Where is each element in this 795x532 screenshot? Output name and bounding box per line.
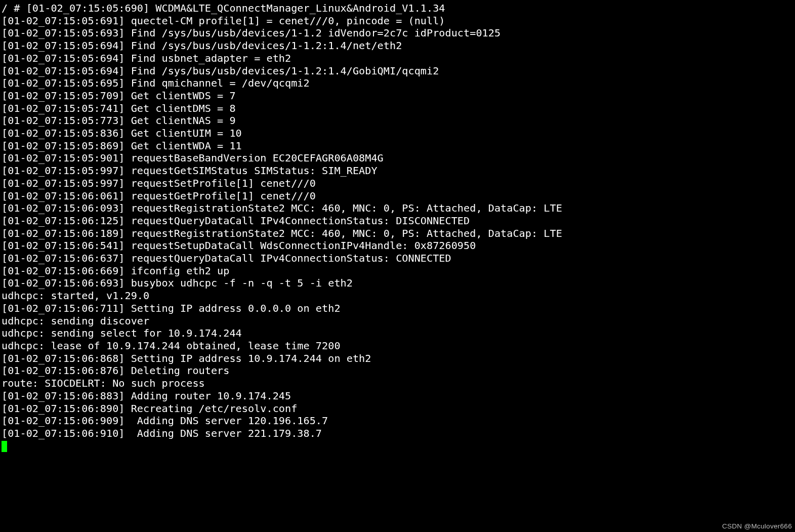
terminal-line: [01-02_07:15:06:868] Setting IP address … xyxy=(2,352,793,365)
terminal-line: [01-02_07:15:05:869] Get clientWDA = 11 xyxy=(2,140,793,152)
terminal-line: [01-02_07:15:06:909] Adding DNS server 1… xyxy=(2,415,793,427)
terminal-line: [01-02_07:15:05:694] Find /sys/bus/usb/d… xyxy=(2,65,793,77)
terminal-line: [01-02_07:15:05:997] requestGetSIMStatus… xyxy=(2,165,793,177)
terminal-line: [01-02_07:15:05:694] Find usbnet_adapter… xyxy=(2,52,793,65)
terminal-line: [01-02_07:15:05:773] Get clientNAS = 9 xyxy=(2,114,793,127)
watermark-text: CSDN @Mculover666 xyxy=(722,522,792,530)
terminal-line: [01-02_07:15:06:890] Recreating /etc/res… xyxy=(2,402,793,415)
terminal-line: [01-02_07:15:05:901] requestBaseBandVers… xyxy=(2,152,793,165)
terminal-line: [01-02_07:15:06:711] Setting IP address … xyxy=(2,302,793,315)
terminal-line: [01-02_07:15:05:693] Find /sys/bus/usb/d… xyxy=(2,27,793,39)
terminal-output[interactable]: / # [01-02_07:15:05:690] WCDMA&LTE_QConn… xyxy=(0,0,795,452)
terminal-line: [01-02_07:15:06:669] ifconfig eth2 up xyxy=(2,265,793,277)
terminal-line: [01-02_07:15:06:125] requestQueryDataCal… xyxy=(2,215,793,227)
terminal-line: [01-02_07:15:05:836] Get clientUIM = 10 xyxy=(2,127,793,140)
terminal-line: / # [01-02_07:15:05:690] WCDMA&LTE_QConn… xyxy=(2,2,793,15)
terminal-line: [01-02_07:15:06:883] Adding router 10.9.… xyxy=(2,390,793,402)
terminal-line: udhcpc: lease of 10.9.174.244 obtained, … xyxy=(2,340,793,352)
terminal-line: [01-02_07:15:06:693] busybox udhcpc -f -… xyxy=(2,277,793,290)
terminal-line: udhcpc: sending discover xyxy=(2,315,793,328)
terminal-line: [01-02_07:15:05:709] Get clientWDS = 7 xyxy=(2,90,793,102)
terminal-line: [01-02_07:15:06:541] requestSetupDataCal… xyxy=(2,239,793,252)
terminal-line: [01-02_07:15:05:997] requestSetProfile[1… xyxy=(2,177,793,190)
terminal-line: route: SIOCDELRT: No such process xyxy=(2,377,793,390)
cursor-block xyxy=(2,441,7,452)
terminal-line: [01-02_07:15:05:694] Find /sys/bus/usb/d… xyxy=(2,39,793,52)
terminal-line: [01-02_07:15:05:691] quectel-CM profile[… xyxy=(2,15,793,27)
terminal-line: [01-02_07:15:06:093] requestRegistration… xyxy=(2,202,793,215)
terminal-line: [01-02_07:15:06:061] requestGetProfile[1… xyxy=(2,190,793,202)
terminal-line: udhcpc: started, v1.29.0 xyxy=(2,290,793,302)
terminal-line: [01-02_07:15:05:695] Find qmichannel = /… xyxy=(2,77,793,90)
terminal-line: [01-02_07:15:06:637] requestQueryDataCal… xyxy=(2,252,793,265)
terminal-line: [01-02_07:15:06:910] Adding DNS server 2… xyxy=(2,427,793,440)
terminal-line: [01-02_07:15:06:189] requestRegistration… xyxy=(2,227,793,240)
terminal-line: [01-02_07:15:05:741] Get clientDMS = 8 xyxy=(2,102,793,115)
terminal-line: udhcpc: sending select for 10.9.174.244 xyxy=(2,327,793,340)
terminal-line: [01-02_07:15:06:876] Deleting routers xyxy=(2,364,793,377)
terminal-cursor-line xyxy=(2,440,793,453)
